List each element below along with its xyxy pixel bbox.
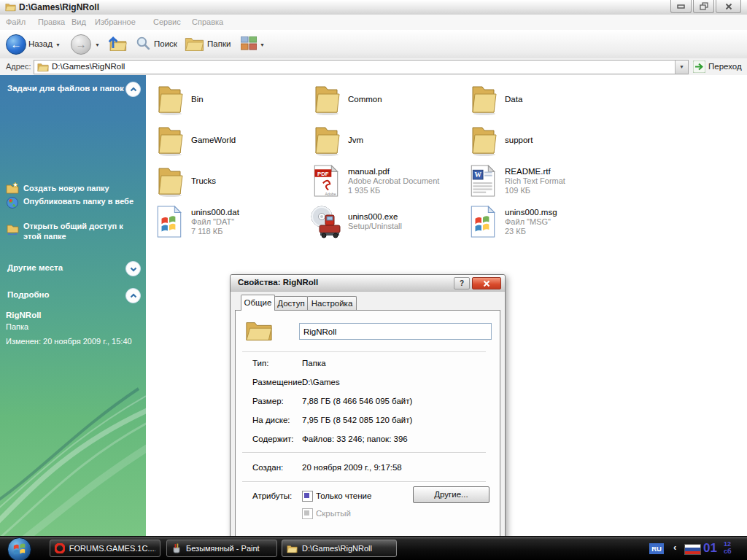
back-dropdown-icon[interactable]: ▼	[55, 42, 61, 47]
restore-button[interactable]	[693, 0, 714, 13]
setup-cd-icon	[309, 204, 344, 239]
other-places-expand-button[interactable]	[125, 261, 141, 276]
file-name: Bin	[191, 95, 204, 104]
hidden-checkbox[interactable]	[302, 508, 313, 519]
separator	[242, 452, 486, 454]
system-tray: RU ‹ 01 12 сб	[649, 537, 747, 560]
type-label: Тип:	[252, 359, 268, 368]
tray-clock-day[interactable]: сб	[724, 548, 731, 555]
details-collapse-button[interactable]	[125, 288, 141, 303]
up-folder-icon[interactable]	[107, 35, 127, 52]
details-header[interactable]: Подробно	[7, 290, 50, 299]
tray-clock-hour[interactable]: 01	[703, 541, 717, 556]
back-label[interactable]: Назад	[28, 39, 53, 48]
svg-text:PDF: PDF	[317, 171, 329, 177]
file-name: GameWorld	[191, 136, 236, 145]
file-tiles: Bin Common Data GameWorld	[152, 79, 622, 242]
address-dropdown-icon[interactable]: ▼	[675, 61, 688, 74]
svg-text:W: W	[474, 171, 481, 179]
task-pane: Задачи для файлов и папок Создать новую …	[0, 75, 146, 536]
minimize-button[interactable]	[670, 0, 692, 13]
taskbar-button-paint[interactable]: Безымянный - Paint	[166, 540, 277, 557]
menu-file[interactable]: Файл	[6, 18, 26, 26]
forward-dropdown-icon[interactable]: ▼	[95, 42, 100, 47]
file-tile-data[interactable]: Data	[465, 79, 622, 120]
file-tile-gameworld[interactable]: GameWorld	[152, 120, 309, 160]
minimize-icon	[677, 3, 686, 9]
folder-icon	[465, 82, 500, 117]
folder-icon	[152, 163, 187, 198]
dialog-close-button[interactable]	[472, 277, 501, 289]
forward-button[interactable]: →	[71, 34, 91, 55]
search-label[interactable]: Поиск	[154, 39, 177, 48]
tab-general[interactable]: Общие	[241, 295, 275, 311]
search-icon[interactable]	[136, 36, 151, 51]
close-icon	[725, 3, 732, 10]
file-tile-common[interactable]: Common	[309, 79, 465, 120]
windows-file-icon	[465, 204, 500, 239]
address-combo[interactable]: D:\Games\RigNRoll ▼	[34, 60, 689, 74]
address-bar: Адрес: D:\Games\RigNRoll ▼ Переход	[0, 58, 747, 76]
views-dropdown-icon[interactable]: ▼	[260, 42, 265, 47]
file-name: unins000.exe	[348, 212, 402, 222]
windows-logo-icon	[13, 543, 26, 556]
file-tile-jvm[interactable]: Jvm	[309, 120, 465, 160]
back-button[interactable]: ←	[6, 34, 26, 55]
file-type: Setup/Uninstall	[348, 222, 402, 231]
file-size: 109 КБ	[505, 186, 565, 195]
details-folder-name: RigNRoll	[6, 310, 137, 320]
chevron-up-icon	[129, 292, 138, 300]
file-tile-trucks[interactable]: Trucks	[152, 160, 309, 201]
menu-edit[interactable]: Правка	[38, 18, 65, 26]
other-attributes-button[interactable]: Другие...	[413, 486, 489, 503]
file-tile-unins000-exe[interactable]: unins000.exeSetup/Uninstall	[309, 201, 465, 242]
file-tile-unins000-dat[interactable]: unins000.datФайл "DAT"7 118 КБ	[152, 201, 309, 242]
folder-name-field[interactable]	[299, 323, 492, 340]
tray-clock-minute[interactable]: 12	[724, 540, 731, 548]
address-value[interactable]: D:\Games\RigNRoll	[52, 62, 125, 71]
file-tile-unins000-msg[interactable]: unins000.msgФайл "MSG"23 КБ	[465, 201, 622, 242]
taskbar: FORUMS.GAMES.1C.... Безымянный - Paint D…	[0, 536, 747, 560]
location-label: Размещение:	[252, 378, 304, 386]
language-indicator[interactable]: RU	[649, 543, 664, 554]
readonly-label[interactable]: Только чтение	[316, 491, 371, 500]
desktop: D:\Games\RigNRoll Файл Правка Вид Избран…	[0, 0, 747, 560]
file-tile-manual-pdf[interactable]: PDF Adobe manual.pdfAdobe Acrobat Docume…	[309, 160, 465, 201]
dialog-help-button[interactable]: ?	[454, 277, 470, 289]
readonly-checkbox[interactable]	[302, 491, 313, 502]
address-label: Адрес:	[6, 62, 31, 71]
menu-view[interactable]: Вид	[71, 18, 86, 26]
file-type: Adobe Acrobat Document	[348, 176, 439, 186]
windows-file-icon	[152, 204, 187, 239]
opera-icon	[55, 543, 65, 553]
address-folder-icon	[37, 62, 49, 72]
file-tile-bin[interactable]: Bin	[152, 79, 309, 120]
task-publish-web[interactable]: Опубликовать папку в вебе	[23, 196, 139, 206]
file-type: Rich Text Format	[505, 176, 565, 186]
menu-help[interactable]: Справка	[192, 18, 223, 26]
task-new-folder[interactable]: Создать новую папку	[23, 183, 139, 193]
go-icon[interactable]	[693, 61, 705, 73]
task-share-folder[interactable]: Открыть общий доступ к этой папке	[23, 221, 139, 241]
taskbar-button-label: FORUMS.GAMES.1C....	[69, 544, 155, 553]
tray-collapse-icon[interactable]: ‹	[673, 542, 676, 553]
tasks-collapse-button[interactable]	[125, 82, 141, 97]
folders-icon[interactable]	[185, 35, 204, 52]
taskbar-button-opera[interactable]: FORUMS.GAMES.1C....	[50, 540, 160, 557]
start-button[interactable]	[7, 537, 31, 560]
file-tile-readme-rtf[interactable]: W README.rtfRich Text Format109 КБ	[465, 160, 622, 201]
folders-label[interactable]: Папки	[207, 39, 231, 48]
go-label[interactable]: Переход	[708, 62, 742, 71]
window-title: D:\Games\RigNRoll	[19, 2, 99, 12]
tab-sharing[interactable]: Доступ	[274, 296, 308, 311]
taskbar-button-explorer[interactable]: D:\Games\RigNRoll	[282, 540, 397, 557]
other-places-header[interactable]: Другие места	[7, 263, 63, 272]
russian-flag-icon[interactable]	[684, 544, 701, 555]
menu-tools[interactable]: Сервис	[153, 18, 181, 26]
close-button[interactable]	[716, 0, 741, 13]
views-icon[interactable]	[241, 36, 257, 51]
file-tile-support[interactable]: support	[465, 120, 622, 160]
menu-favorites[interactable]: Избранное	[95, 18, 136, 26]
tasks-header[interactable]: Задачи для файлов и папок	[7, 84, 124, 93]
tab-customize[interactable]: Настройка	[307, 296, 357, 311]
